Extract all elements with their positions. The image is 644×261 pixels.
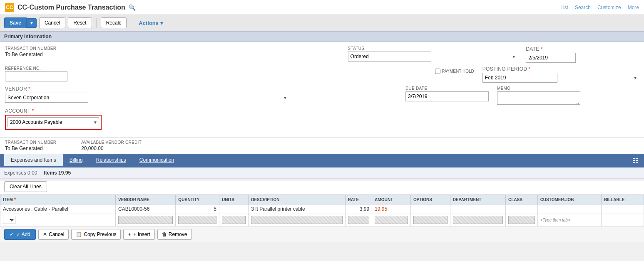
edit-quantity-cell	[176, 214, 219, 226]
cancel-line-button[interactable]: ✕ Cancel	[38, 229, 69, 240]
tab-communication[interactable]: Communication	[133, 154, 181, 167]
edit-amount-striped	[375, 216, 408, 224]
form-row-2: REFERENCE NO. PAYMENT HOLD POSTING PERIO…	[5, 66, 639, 83]
th-options: OPTIONS	[410, 195, 450, 204]
edit-item-select[interactable]	[3, 216, 15, 224]
cell-amount: 19.95	[372, 204, 411, 214]
cell-rate: 3.99	[345, 204, 372, 214]
edit-item-cell: ▼	[0, 214, 116, 226]
tab-billing[interactable]: Billing	[63, 154, 90, 167]
edit-options-striped	[413, 216, 448, 224]
vendor-select[interactable]: Seven Corporation	[5, 93, 88, 103]
toolbar: Save ▼ Cancel Reset Recalc Actions ▾	[0, 15, 644, 31]
primary-info-form: TRANSACTION NUMBER To Be Generated STATU…	[0, 42, 644, 137]
date-input[interactable]	[526, 53, 576, 63]
tab-expenses-and-items[interactable]: Expenses and Items	[4, 154, 63, 167]
insert-label: + Insert	[133, 231, 150, 237]
transaction-number-label: TRANSACTION NUMBER	[5, 46, 231, 51]
memo-label: MEMO	[497, 86, 639, 91]
nav-links: List Search Customize More	[560, 5, 639, 10]
save-dropdown-button[interactable]: ▼	[27, 18, 37, 28]
items-label: Items 19.95	[44, 170, 71, 176]
cancel-button[interactable]: Cancel	[39, 17, 65, 28]
items-area: Clear All Lines ITEM * VENDOR NAME QUANT…	[0, 181, 644, 226]
account-field-wrapper: 2000 Accounts Payable ▼	[5, 115, 102, 130]
nav-search[interactable]: Search	[575, 5, 591, 10]
vendor-label: VENDOR *	[5, 86, 289, 92]
trans-info-row: TRANSACTION NUMBER To Be Generated AVAIL…	[0, 137, 644, 154]
insert-button[interactable]: + + Insert	[123, 229, 154, 240]
cell-quantity: 5	[176, 204, 219, 214]
status-select[interactable]: Ordered	[348, 52, 431, 62]
date-col: DATE *	[526, 46, 639, 63]
save-button[interactable]: Save	[4, 17, 27, 28]
cell-vendor-name: CABL0000-56	[116, 204, 176, 214]
date-label: DATE *	[526, 46, 639, 52]
nav-customize[interactable]: Customize	[597, 5, 621, 10]
edit-description-cell	[249, 214, 345, 226]
actions-button[interactable]: Actions ▾	[135, 18, 166, 28]
vendor-col: VENDOR * Seven Corporation ▼	[5, 86, 289, 103]
th-customer-job: CUSTOMER:JOB	[537, 195, 601, 204]
th-department: DEPARTMENT	[450, 195, 505, 204]
cell-customer-job	[537, 204, 601, 214]
posting-period-select[interactable]: Feb 2019	[482, 73, 557, 83]
remove-button[interactable]: 🗑 Remove	[157, 229, 192, 240]
nav-more[interactable]: More	[628, 5, 639, 10]
cell-billable	[601, 204, 644, 214]
form-row-4: ACCOUNT * 2000 Accounts Payable ▼	[5, 108, 639, 130]
add-button[interactable]: ✓ ✓ Add	[4, 229, 36, 240]
payment-hold-checkbox[interactable]	[435, 69, 440, 74]
toolbar-divider	[96, 18, 97, 28]
account-select[interactable]: 2000 Accounts Payable	[7, 117, 99, 127]
table-header: ITEM * VENDOR NAME QUANTITY UNITS DESCRI…	[0, 195, 644, 204]
memo-col: MEMO	[497, 86, 639, 105]
recalc-button[interactable]: Recalc	[101, 17, 127, 28]
th-amount: AMOUNT	[372, 195, 411, 204]
th-billable: BILLABLE	[601, 195, 644, 204]
edit-class-striped	[508, 216, 535, 224]
posting-period-arrow: ▼	[633, 76, 637, 80]
available-vendor-credit-label: AVAILABLE VENDOR CREDIT	[81, 140, 142, 145]
cell-options	[410, 204, 450, 214]
bottom-action-bar: ✓ ✓ Add ✕ Cancel 📋 Copy Previous + + Ins…	[0, 226, 644, 242]
tabs-bar: Expenses and Items Billing Relationships…	[0, 154, 644, 167]
cell-item: Accessories : Cable - Parallel	[0, 204, 116, 214]
nav-list[interactable]: List	[560, 5, 568, 10]
edit-desc-striped	[251, 216, 342, 224]
posting-period-col: POSTING PERIOD * Feb 2019 ▼	[482, 66, 639, 83]
page-icon: CC	[5, 3, 14, 12]
vendor-arrow: ▼	[283, 96, 287, 100]
primary-info-section-header: Primary Information	[0, 31, 644, 42]
trans-number-col2: TRANSACTION NUMBER To Be Generated	[5, 140, 56, 151]
edit-customer-job-cell: <Type then tab>	[537, 214, 601, 226]
grid-icon[interactable]: ☷	[631, 155, 640, 166]
due-date-col: DUE DATE	[297, 86, 489, 101]
memo-input[interactable]	[497, 91, 580, 105]
edit-rate-striped	[348, 216, 369, 224]
copy-previous-button[interactable]: 📋 Copy Previous	[71, 229, 121, 240]
date-required: *	[541, 46, 543, 52]
due-date-input[interactable]	[405, 91, 489, 101]
transaction-number-value: To Be Generated	[5, 52, 231, 57]
available-vendor-credit-value: 20,000.00	[81, 145, 142, 151]
insert-plus-icon: +	[128, 231, 131, 237]
th-vendor-name: VENDOR NAME	[116, 195, 176, 204]
account-col: ACCOUNT * 2000 Accounts Payable ▼	[5, 108, 102, 130]
status-select-wrapper: Ordered ▼	[348, 52, 518, 62]
amount-link[interactable]: 19.95	[375, 206, 387, 212]
reference-no-input[interactable]	[5, 71, 67, 81]
trans-number-label2: TRANSACTION NUMBER	[5, 140, 56, 145]
cell-class	[506, 204, 538, 214]
type-then-tab-hint: <Type then tab>	[540, 218, 570, 222]
page-search-icon[interactable]: 🔍	[129, 4, 136, 11]
form-row-1: TRANSACTION NUMBER To Be Generated STATU…	[5, 46, 639, 63]
available-vendor-credit-col: AVAILABLE VENDOR CREDIT 20,000.00	[81, 140, 142, 151]
th-description: DESCRIPTION	[249, 195, 345, 204]
tab-relationships[interactable]: Relationships	[90, 154, 133, 167]
account-label: ACCOUNT *	[5, 108, 102, 114]
edit-dept-cell	[450, 214, 505, 226]
status-label: STATUS	[348, 46, 518, 51]
clear-all-lines-button[interactable]: Clear All Lines	[4, 181, 47, 192]
reset-button[interactable]: Reset	[68, 17, 92, 28]
